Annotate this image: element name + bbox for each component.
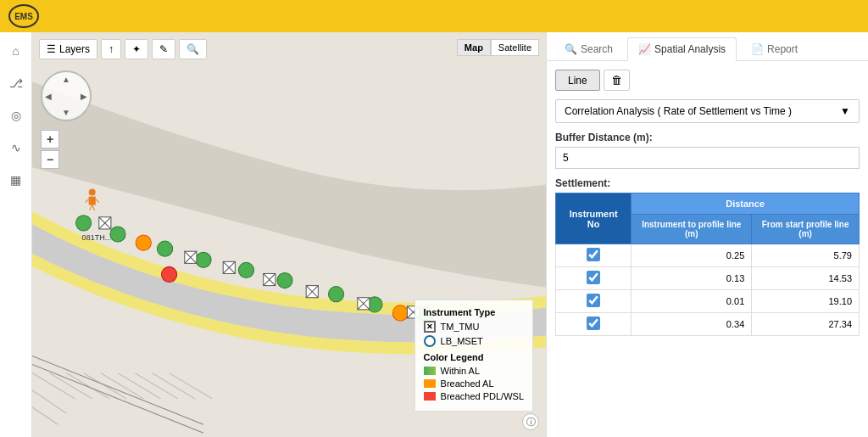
settlement-table: Instrument No Distance Instrument to pro… bbox=[555, 193, 860, 336]
svg-point-15 bbox=[110, 227, 125, 242]
svg-point-14 bbox=[76, 216, 92, 231]
map-button[interactable]: Map bbox=[457, 39, 491, 56]
svg-rect-48 bbox=[89, 197, 96, 205]
distance-to-profile-cell: 0.01 bbox=[632, 290, 752, 313]
pan-icon: ↑ bbox=[108, 43, 114, 55]
ems-logo[interactable]: EMS bbox=[8, 4, 39, 28]
satellite-button[interactable]: Satellite bbox=[491, 39, 539, 56]
instrument-type-title: Instrument Type bbox=[424, 307, 524, 317]
svg-point-23 bbox=[136, 235, 151, 250]
map-type-buttons: Map Satellite bbox=[457, 39, 539, 56]
svg-point-47 bbox=[89, 188, 96, 195]
main-layout: ⌂ ⎇ ◎ ∿ ▦ bbox=[0, 32, 868, 437]
checkbox-cell[interactable] bbox=[556, 313, 632, 336]
table-row: 0.25 5.79 bbox=[556, 244, 860, 267]
buffer-distance-input[interactable] bbox=[555, 147, 860, 169]
draw-button[interactable]: ✎ bbox=[152, 39, 175, 59]
within-al-color bbox=[424, 367, 436, 375]
layers-button[interactable]: ☰ Layers bbox=[39, 39, 97, 59]
checkbox-cell[interactable] bbox=[556, 290, 632, 313]
sidebar-home[interactable]: ⌂ bbox=[4, 39, 28, 63]
breached-pdl-color bbox=[424, 392, 436, 401]
tab-report[interactable]: 📄 Report bbox=[740, 37, 809, 60]
svg-point-16 bbox=[157, 241, 172, 256]
svg-point-25 bbox=[162, 266, 177, 282]
topbar: EMS bbox=[0, 0, 868, 32]
sidebar: ⌂ ⎇ ◎ ∿ ▦ bbox=[0, 32, 32, 437]
chevron-down-icon: ▼ bbox=[840, 105, 850, 117]
lb-mset-legend-item: LB_MSET bbox=[424, 335, 524, 347]
zoom-in-button[interactable]: + bbox=[41, 130, 59, 148]
zoom-out-button[interactable]: − bbox=[41, 150, 59, 169]
tm-tmu-icon: ✕ bbox=[424, 321, 436, 333]
from-start-cell: 5.79 bbox=[752, 244, 860, 267]
distance-to-profile-cell: 0.25 bbox=[632, 244, 752, 267]
layers-icon: ☰ bbox=[47, 43, 56, 55]
search-map-icon: 🔍 bbox=[186, 43, 199, 55]
lb-mset-icon bbox=[424, 335, 436, 347]
nav-control: ▲ ▼ ◀ ▶ bbox=[41, 70, 92, 121]
map-legend: Instrument Type ✕ TM_TMU LB_MSET Color L… bbox=[415, 300, 533, 412]
nav-circle: ▲ ▼ ◀ ▶ bbox=[41, 70, 92, 121]
within-al-legend-item: Within AL bbox=[424, 366, 524, 376]
star-button[interactable]: ✦ bbox=[125, 39, 148, 59]
pan-button[interactable]: ↑ bbox=[101, 39, 121, 59]
nav-up-arrow[interactable]: ▲ bbox=[62, 75, 70, 84]
breached-al-legend-item: Breached AL bbox=[424, 378, 524, 389]
zoom-controls: + − bbox=[41, 130, 59, 169]
tab-spatial-analysis[interactable]: 📈 Spatial Analysis bbox=[627, 37, 737, 61]
color-legend-title: Color Legend bbox=[424, 352, 524, 362]
sidebar-bar-chart[interactable]: ▦ bbox=[4, 168, 28, 192]
right-panel: 🔍 Search 📈 Spatial Analysis 📄 Report Lin… bbox=[546, 32, 868, 437]
from-start-cell: 19.10 bbox=[752, 290, 860, 313]
table-row: 0.13 14.53 bbox=[556, 267, 860, 290]
report-tab-icon: 📄 bbox=[751, 43, 764, 55]
svg-point-19 bbox=[277, 272, 292, 288]
from-start-cell: 27.34 bbox=[752, 313, 860, 336]
nav-down-arrow[interactable]: ▼ bbox=[62, 108, 70, 117]
analysis-dropdown[interactable]: Correlation Analysis ( Rate of Settlemen… bbox=[555, 99, 860, 123]
svg-point-20 bbox=[328, 287, 343, 302]
table-row: 0.01 19.10 bbox=[556, 290, 860, 313]
line-button[interactable]: Line bbox=[555, 70, 600, 91]
trash-icon: 🗑 bbox=[611, 74, 622, 87]
search-map-button[interactable]: 🔍 bbox=[179, 39, 207, 59]
tab-search[interactable]: 🔍 Search bbox=[554, 37, 624, 60]
analysis-toolbar: Line 🗑 bbox=[555, 70, 860, 91]
svg-text:081TH...: 081TH... bbox=[82, 233, 112, 242]
svg-point-18 bbox=[238, 262, 253, 277]
tm-tmu-legend-item: ✕ TM_TMU bbox=[424, 321, 524, 333]
breached-al-color bbox=[424, 379, 436, 388]
panel-content: Line 🗑 Correlation Analysis ( Rate of Se… bbox=[547, 61, 868, 437]
search-tab-icon: 🔍 bbox=[565, 43, 577, 55]
buffer-distance-label: Buffer Distance (m): bbox=[555, 132, 860, 143]
info-button[interactable]: ⓘ bbox=[522, 413, 539, 430]
svg-point-17 bbox=[196, 252, 211, 267]
settlement-label: Settlement: bbox=[555, 177, 860, 189]
svg-point-24 bbox=[392, 305, 408, 321]
checkbox-cell[interactable] bbox=[556, 267, 632, 290]
settlement-tbody: 0.25 5.79 0.13 14.53 0.01 19.10 0.34 27.… bbox=[556, 244, 860, 336]
breached-pdl-legend-item: Breached PDL/WSL bbox=[424, 391, 524, 401]
delete-button[interactable]: 🗑 bbox=[604, 70, 630, 91]
instrument-no-header: Instrument No bbox=[556, 193, 632, 244]
from-start-cell: 14.53 bbox=[752, 267, 860, 290]
checkbox-cell[interactable] bbox=[556, 244, 632, 267]
sidebar-line-chart[interactable]: ∿ bbox=[4, 136, 28, 160]
map-container: 081TH... ☰ Layers ↑ ✦ ✎ 🔍 Map Satelli bbox=[32, 32, 546, 437]
sidebar-location[interactable]: ◎ bbox=[4, 104, 28, 127]
nav-right-arrow[interactable]: ▶ bbox=[81, 92, 87, 101]
from-start-profile-header: From start profile line (m) bbox=[752, 215, 860, 244]
panel-tabs: 🔍 Search 📈 Spatial Analysis 📄 Report bbox=[547, 32, 868, 61]
distance-to-profile-cell: 0.34 bbox=[632, 313, 752, 336]
pencil-icon: ✎ bbox=[159, 43, 168, 55]
star-icon: ✦ bbox=[132, 43, 141, 55]
table-row: 0.34 27.34 bbox=[556, 313, 860, 336]
distance-to-profile-cell: 0.13 bbox=[632, 267, 752, 290]
instrument-to-profile-header: Instrument to profile line (m) bbox=[632, 215, 752, 244]
nav-left-arrow[interactable]: ◀ bbox=[45, 92, 52, 101]
map-toolbar: ☰ Layers ↑ ✦ ✎ 🔍 bbox=[39, 39, 207, 59]
sidebar-share[interactable]: ⎇ bbox=[4, 71, 28, 95]
spatial-analysis-tab-icon: 📈 bbox=[638, 43, 651, 55]
distance-header: Distance bbox=[632, 193, 860, 215]
